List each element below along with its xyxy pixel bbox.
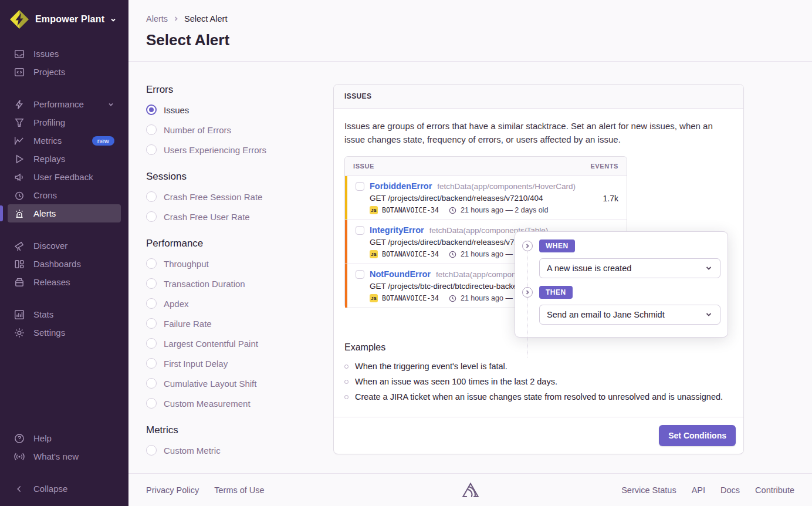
radio-dot[interactable] xyxy=(146,211,157,222)
radio-dot[interactable] xyxy=(146,318,157,329)
events-count: 1.7k xyxy=(603,194,618,203)
radio-throughput[interactable]: Throughput xyxy=(146,258,316,269)
radio-crash-free-user-rate[interactable]: Crash Free User Rate xyxy=(146,211,316,222)
radio-custom-metric[interactable]: Custom Metric xyxy=(146,445,316,456)
service-status-link[interactable]: Service Status xyxy=(621,485,676,495)
radio-dot[interactable] xyxy=(146,104,157,115)
clock-icon xyxy=(449,207,456,214)
page-footer: Privacy Policy Terms of Use Service Stat… xyxy=(128,473,812,506)
sidebar-item-projects[interactable]: Projects xyxy=(8,63,121,81)
clock-icon xyxy=(449,251,456,258)
radio-dot[interactable] xyxy=(146,278,157,289)
sidebar-item-crons[interactable]: Crons xyxy=(8,186,121,204)
privacy-policy-link[interactable]: Privacy Policy xyxy=(146,485,199,495)
new-badge: new xyxy=(92,136,114,146)
issue-culprit: fetchData(app/components/HoverCard) xyxy=(437,182,576,191)
radio-dot[interactable] xyxy=(146,338,157,349)
radio-first-input-delay[interactable]: First Input Delay xyxy=(146,358,316,369)
sentry-logo[interactable] xyxy=(462,482,479,498)
sidebar-item-label: Help xyxy=(33,433,52,443)
api-link[interactable]: API xyxy=(692,485,705,495)
radio-dot[interactable] xyxy=(146,124,157,135)
radio-dot[interactable] xyxy=(146,298,157,309)
profiling-icon xyxy=(14,117,25,128)
radio-failure-rate[interactable]: Failure Rate xyxy=(146,318,316,329)
issues-icon xyxy=(14,49,25,59)
breadcrumb-alerts[interactable]: Alerts xyxy=(146,14,168,23)
radio-dot[interactable] xyxy=(146,358,157,369)
sidebar-item-settings[interactable]: Settings xyxy=(8,323,121,342)
level-bar xyxy=(345,176,347,220)
page-header: Alerts Select Alert Select Alert xyxy=(128,0,812,62)
platform-js-badge: JS xyxy=(370,250,378,258)
sidebar-item-stats[interactable]: Stats xyxy=(8,305,121,323)
issue-path: GET /projects/direct/backend/releases/v7… xyxy=(370,194,618,203)
row-checkbox[interactable] xyxy=(356,270,364,279)
radio-crash-free-session-rate[interactable]: Crash Free Session Rate xyxy=(146,191,316,202)
sidebar-item-metrics[interactable]: Metrics new xyxy=(8,131,121,150)
help-icon xyxy=(14,433,25,444)
radio-dot[interactable] xyxy=(146,144,157,155)
radio-transaction-duration[interactable]: Transaction Duration xyxy=(146,278,316,289)
sidebar-item-profiling[interactable]: Profiling xyxy=(8,113,121,131)
sidebar-item-alerts[interactable]: Alerts xyxy=(8,204,121,222)
radio-dot[interactable] xyxy=(146,378,157,389)
sidebar-collapse-button[interactable]: Collapse xyxy=(8,480,121,498)
contribute-link[interactable]: Contribute xyxy=(755,485,794,495)
sidebar-item-help[interactable]: Help xyxy=(8,429,121,447)
radio-dot[interactable] xyxy=(146,258,157,269)
radio-users-experiencing-errors[interactable]: Users Experiencing Errors xyxy=(146,144,316,155)
collapse-label: Collapse xyxy=(33,484,67,494)
sidebar-item-releases[interactable]: Releases xyxy=(8,273,121,291)
then-action-select[interactable]: Send an email to Jane Schmidt xyxy=(539,305,720,325)
docs-link[interactable]: Docs xyxy=(720,485,740,495)
chevron-right-circle-icon xyxy=(522,241,533,251)
issue-title-link[interactable]: NotFoundError xyxy=(370,269,431,279)
radio-dot[interactable] xyxy=(146,445,157,456)
sidebar-item-discover[interactable]: Discover xyxy=(8,237,121,255)
table-header: ISSUE EVENTS xyxy=(345,157,627,176)
sidebar-item-user-feedback[interactable]: User Feedback xyxy=(8,168,121,186)
megaphone-icon xyxy=(14,172,25,183)
row-checkbox[interactable] xyxy=(356,182,364,191)
radio-number-of-errors[interactable]: Number of Errors xyxy=(146,124,316,135)
lightning-icon xyxy=(14,99,25,110)
issue-title-link[interactable]: IntegrityError xyxy=(370,225,424,235)
radio-cumulative-layout-shift[interactable]: Cumulative Layout Shift xyxy=(146,378,316,389)
sidebar-item-replays[interactable]: Replays xyxy=(8,150,121,168)
issue-age: 21 hours ago — 2 days old xyxy=(461,206,548,214)
clock-icon xyxy=(449,295,456,302)
sidebar-item-label: Dashboards xyxy=(33,259,81,269)
nav-group-main: Issues Projects xyxy=(0,45,128,81)
card-footer: Set Conditions xyxy=(334,417,743,454)
when-condition-select[interactable]: A new issue is created xyxy=(539,258,720,278)
example-item: When an issue was seen 100 times in the … xyxy=(344,377,733,386)
nav-group-stats: Stats Settings xyxy=(0,305,128,342)
sidebar-item-label: Stats xyxy=(33,309,53,319)
radio-dot[interactable] xyxy=(146,191,157,202)
group-metrics: Metrics Custom Metric xyxy=(146,424,316,456)
sidebar-item-label: Settings xyxy=(33,328,65,338)
radio-largest-contentful-paint[interactable]: Largest Contentful Paint xyxy=(146,338,316,349)
sidebar-item-whats-new[interactable]: What's new xyxy=(8,447,121,465)
sidebar-item-performance[interactable]: Performance xyxy=(8,95,121,113)
radio-apdex[interactable]: Apdex xyxy=(146,298,316,309)
set-conditions-button[interactable]: Set Conditions xyxy=(659,425,736,446)
radio-issues[interactable]: Issues xyxy=(146,104,316,115)
telescope-icon xyxy=(14,241,25,251)
group-performance: Performance Throughput Transaction Durat… xyxy=(146,238,316,409)
sidebar-item-issues[interactable]: Issues xyxy=(8,45,121,63)
terms-of-use-link[interactable]: Terms of Use xyxy=(214,485,264,495)
nav-group-explore: Discover Dashboards Releases xyxy=(0,237,128,291)
radio-custom-measurement[interactable]: Custom Measurement xyxy=(146,398,316,409)
issue-title-link[interactable]: ForbiddenError xyxy=(370,181,432,191)
row-checkbox[interactable] xyxy=(356,226,364,235)
chevron-down-icon xyxy=(705,264,713,272)
org-switcher[interactable]: Empower Plant xyxy=(0,9,128,29)
card-description: Issues are groups of errors that have a … xyxy=(344,120,733,146)
releases-icon xyxy=(14,277,25,288)
sidebar-item-dashboards[interactable]: Dashboards xyxy=(8,255,121,273)
chevron-down-icon xyxy=(110,17,116,23)
radio-dot[interactable] xyxy=(146,398,157,409)
footer-left-links: Privacy Policy Terms of Use xyxy=(146,485,265,495)
